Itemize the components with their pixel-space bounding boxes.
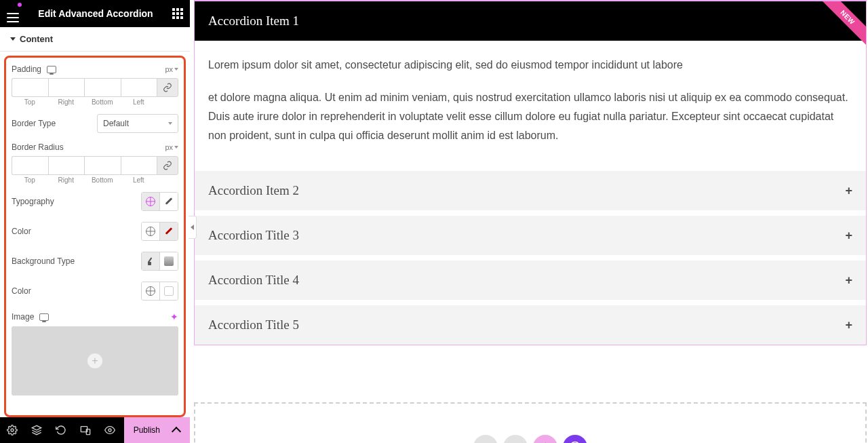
- section-content-toggle[interactable]: Content: [0, 27, 190, 52]
- accordion-widget[interactable]: NEW Accordion Item 1 Lorem ipsum dolor s…: [194, 0, 867, 345]
- bg-color-swatch-button[interactable]: [160, 282, 178, 300]
- responsive-device-icon[interactable]: [47, 66, 56, 73]
- publish-label: Publish: [134, 425, 160, 435]
- accordion-item-title: Accordion Title 5: [208, 317, 299, 332]
- globe-icon: [146, 227, 155, 236]
- padding-bottom-input[interactable]: [84, 78, 121, 97]
- color-global-button[interactable]: [142, 223, 159, 240]
- dim-top: Top: [12, 98, 48, 106]
- caret-down-icon: [168, 122, 172, 125]
- radius-right-input[interactable]: [48, 156, 85, 175]
- ai-generate-button[interactable]: ✦: [533, 435, 557, 443]
- editor-bottombar: Publish: [0, 417, 190, 443]
- gradient-icon: [164, 256, 174, 266]
- add-section-actions: + ✦: [473, 435, 587, 443]
- border-type-value: Default: [103, 119, 129, 128]
- typography-control: Typography: [12, 192, 178, 211]
- bg-classic-button[interactable]: [142, 252, 159, 270]
- border-radius-label: Border Radius: [12, 142, 64, 152]
- ai-sparkle-icon[interactable]: ✦: [170, 311, 178, 322]
- expand-icon: +: [845, 273, 852, 288]
- typography-global-button[interactable]: [142, 193, 159, 210]
- bg-color-label: Color: [12, 286, 31, 296]
- border-radius-control: Border Radius px: [12, 142, 178, 152]
- navigator-button[interactable]: [24, 417, 49, 443]
- globe-icon: [146, 197, 155, 206]
- gear-icon: [7, 425, 18, 436]
- eye-icon: [104, 425, 115, 436]
- settings-button[interactable]: [0, 417, 24, 443]
- accordion-item-2[interactable]: Accordion Item 2 +: [195, 171, 866, 210]
- padding-top-input[interactable]: [12, 78, 48, 97]
- apps-grid-button[interactable]: [172, 8, 183, 19]
- accordion-item-body: Lorem ipsum dolor sit amet, consectetur …: [195, 41, 866, 166]
- border-type-label: Border Type: [12, 119, 56, 128]
- accordion-item-3[interactable]: Accordion Title 3 +: [195, 216, 866, 255]
- caret-down-icon: [174, 146, 178, 149]
- bg-gradient-button[interactable]: [160, 252, 178, 270]
- accordion-body-p1: Lorem ipsum dolor sit amet, consectetur …: [208, 56, 852, 75]
- radius-unit-select[interactable]: px: [165, 143, 178, 151]
- link-values-button[interactable]: [157, 156, 178, 175]
- color-picker-button[interactable]: [160, 223, 178, 240]
- padding-left-input[interactable]: [121, 78, 157, 97]
- padding-right-input[interactable]: [48, 78, 85, 97]
- padding-control: Padding px: [12, 64, 178, 74]
- responsive-mode-button[interactable]: [73, 417, 98, 443]
- image-control: Image ✦: [12, 311, 178, 322]
- accordion-item-5[interactable]: Accordion Title 5 +: [195, 305, 866, 345]
- controls-highlight: Padding px Top Right Bottom Left: [4, 56, 186, 417]
- publish-button[interactable]: Publish: [124, 417, 190, 443]
- radius-top-input[interactable]: [12, 156, 48, 175]
- radius-bottom-input[interactable]: [84, 156, 121, 175]
- history-button[interactable]: [49, 417, 73, 443]
- dim-bottom: Bottom: [84, 98, 121, 106]
- bg-type-label: Background Type: [12, 256, 75, 266]
- dim-right: Right: [48, 176, 85, 184]
- preview-button[interactable]: [98, 417, 122, 443]
- ai-assistant-button[interactable]: [563, 435, 587, 443]
- dim-top: Top: [12, 176, 48, 184]
- radius-unit: px: [165, 143, 173, 151]
- layers-icon: [31, 425, 42, 436]
- typography-edit-button[interactable]: [160, 193, 178, 210]
- add-section-button[interactable]: +: [473, 435, 498, 443]
- notification-dot-icon: [18, 3, 22, 7]
- radius-dim-labels: Top Right Bottom Left: [12, 176, 178, 184]
- brush-icon: [146, 256, 155, 266]
- dim-bottom: Bottom: [84, 176, 121, 184]
- accordion-item-open-header[interactable]: Accordion Item 1: [195, 1, 866, 41]
- link-values-button[interactable]: [157, 78, 178, 97]
- add-section-zone[interactable]: + ✦: [194, 402, 867, 443]
- radius-inputs: [12, 156, 178, 175]
- color-swatch-icon: [164, 286, 174, 296]
- bg-color-global-button[interactable]: [142, 282, 159, 300]
- caret-down-icon: [174, 68, 178, 71]
- border-type-select[interactable]: Default: [97, 114, 178, 133]
- typography-label: Typography: [12, 197, 54, 206]
- svg-marker-1: [32, 425, 41, 430]
- padding-label: Padding: [12, 64, 41, 74]
- expand-icon: +: [845, 318, 852, 332]
- bg-color-control: Color: [12, 282, 178, 301]
- typography-buttons: [141, 192, 178, 211]
- add-template-button[interactable]: [503, 435, 528, 443]
- dim-left: Left: [121, 176, 157, 184]
- history-icon: [56, 425, 66, 436]
- padding-unit: px: [165, 65, 173, 73]
- globe-icon: [146, 286, 155, 296]
- collapse-sidebar-button[interactable]: [189, 216, 197, 239]
- padding-unit-select[interactable]: px: [165, 65, 178, 73]
- pencil-icon: [164, 197, 174, 206]
- accordion-body-p2: et dolore magna aliqua. Ut enim ad minim…: [208, 88, 852, 145]
- section-title: Content: [20, 34, 53, 44]
- svg-point-0: [11, 429, 14, 431]
- accordion-item-4[interactable]: Accordion Title 4 +: [195, 261, 866, 300]
- link-icon: [163, 83, 172, 92]
- radius-left-input[interactable]: [121, 156, 157, 175]
- responsive-device-icon[interactable]: [39, 313, 49, 321]
- image-upload-zone[interactable]: +: [12, 326, 178, 396]
- bg-type-buttons: [141, 252, 178, 271]
- add-image-icon: +: [87, 353, 102, 368]
- menu-button[interactable]: [7, 5, 19, 22]
